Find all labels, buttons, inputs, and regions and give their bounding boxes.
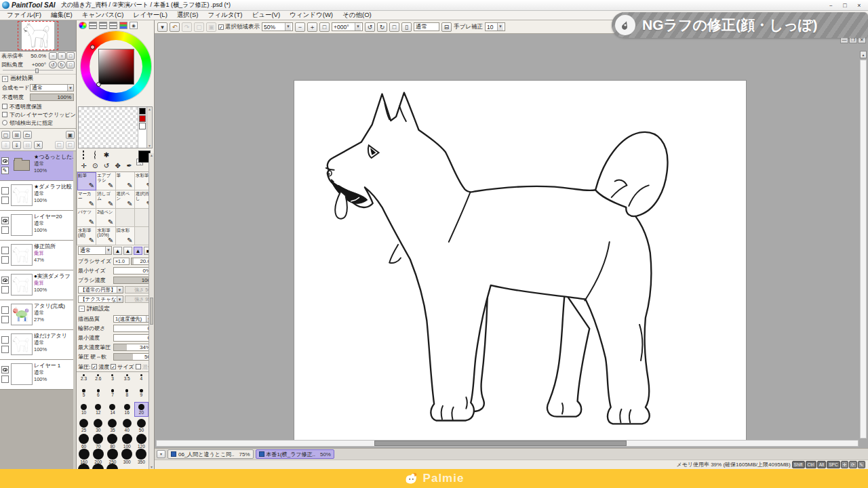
menu-item[interactable]: ファイル(F) bbox=[2, 11, 46, 20]
lasso-tool[interactable] bbox=[91, 150, 100, 159]
color-wheel-tab-icon[interactable] bbox=[79, 22, 87, 29]
preset-cell[interactable]: 12 bbox=[91, 402, 105, 417]
tool-cell[interactable]: 選択ペン✎ bbox=[116, 190, 135, 209]
vertical-scrollbar[interactable] bbox=[860, 60, 867, 439]
menu-item[interactable]: レイヤー(L) bbox=[129, 11, 172, 20]
navigator-slider[interactable] bbox=[3, 70, 73, 73]
layer-effect-checkbox[interactable] bbox=[1, 316, 9, 323]
menu-item[interactable]: フィルタ(T) bbox=[203, 11, 247, 20]
preset-cell[interactable]: 30 bbox=[91, 417, 105, 432]
brush-tip-medium[interactable]: ▲ bbox=[123, 247, 132, 255]
canvas-rotate-reset-button[interactable]: □ bbox=[389, 22, 399, 32]
delete-layer-button[interactable]: ✕ bbox=[34, 141, 43, 149]
brush-tip-hard[interactable]: ▲ bbox=[134, 247, 142, 255]
setting-slider[interactable]: 34% bbox=[113, 344, 153, 351]
menu-item[interactable]: 選択(S) bbox=[172, 11, 203, 20]
layer-row[interactable]: ★ダメラフ比較通常100% bbox=[0, 181, 73, 211]
tool-cell[interactable]: エアブラシ✎ bbox=[96, 172, 115, 190]
preset-cell[interactable]: 14 bbox=[105, 402, 119, 417]
preset-cell[interactable]: 2.6 bbox=[91, 372, 105, 387]
preset-cell[interactable]: 50 bbox=[134, 417, 149, 432]
tool-cell[interactable]: マーカー✎ bbox=[77, 190, 96, 209]
navigator-preview[interactable] bbox=[0, 20, 76, 52]
canvas-area[interactable]: — ❐ ✕ ▴ bbox=[155, 34, 868, 448]
redo-button[interactable]: ↷ bbox=[182, 22, 192, 32]
preset-cell[interactable]: 25 bbox=[77, 417, 91, 432]
preset-cell[interactable]: 2.3 bbox=[77, 372, 91, 387]
raise-layer-button[interactable]: ⧠ bbox=[55, 141, 64, 149]
blend-mode-select[interactable]: 通常▼ bbox=[30, 84, 74, 92]
tool-cell[interactable]: 鉛筆✎ bbox=[77, 172, 96, 190]
pressure-check[interactable]: ✓濃度 bbox=[92, 363, 109, 371]
clear-layer-button[interactable]: ⊟ bbox=[23, 141, 32, 149]
scratchpad-scrollbar[interactable]: ▲▼ bbox=[146, 107, 152, 148]
rotate-view-tool[interactable]: ↺ bbox=[102, 161, 111, 170]
hsv-slider-tab-icon[interactable] bbox=[99, 22, 107, 29]
layer-row[interactable]: ●実演ダメラフ乗算100% bbox=[0, 270, 73, 300]
layer-effect-checkbox[interactable] bbox=[1, 286, 9, 293]
maximize-button[interactable]: □ bbox=[838, 1, 852, 10]
tool-cell[interactable]: 2値ペン✎ bbox=[96, 209, 115, 227]
preset-cell[interactable]: 6 bbox=[91, 387, 105, 402]
swatch-white[interactable] bbox=[139, 123, 146, 129]
lower-layer-button[interactable]: ⧠ bbox=[66, 141, 75, 149]
menu-item[interactable]: ビュー(V) bbox=[248, 11, 285, 20]
preset-cell[interactable]: 250 bbox=[105, 447, 119, 462]
new-linework-layer-button[interactable]: ⊞ bbox=[12, 131, 21, 139]
doc-tab[interactable]: 06_人間と違うとこ同..75% bbox=[167, 449, 254, 459]
layer-effect-checkbox[interactable] bbox=[1, 346, 9, 353]
layer-effect-checkbox[interactable] bbox=[1, 375, 9, 383]
hand-tool[interactable]: ✥ bbox=[113, 161, 122, 170]
layer-effect-checkbox[interactable] bbox=[1, 197, 9, 204]
preset-cell[interactable]: 350 bbox=[134, 447, 149, 462]
canvas-zoom-out-button[interactable]: − bbox=[295, 22, 305, 32]
minimize-button[interactable]: － bbox=[824, 1, 837, 10]
preset-cell[interactable]: 5 bbox=[77, 387, 91, 402]
layer-visibility-checkbox[interactable] bbox=[1, 366, 9, 373]
close-button[interactable]: × bbox=[852, 1, 866, 10]
presets-scrollbar[interactable]: ▲▼ bbox=[149, 153, 154, 469]
preset-cell[interactable]: 9 bbox=[134, 387, 149, 402]
layer-visibility-checkbox[interactable] bbox=[1, 306, 9, 314]
move-tool[interactable]: ✛ bbox=[79, 161, 88, 170]
menu-item[interactable]: その他(O) bbox=[338, 11, 376, 20]
tool-cell[interactable]: 旧水彩✎ bbox=[116, 227, 135, 245]
zoom-tool[interactable]: ⊙ bbox=[91, 161, 100, 170]
tool-cell[interactable]: 消しゴム✎ bbox=[96, 190, 115, 209]
saturation-value-square[interactable] bbox=[98, 49, 134, 85]
preset-cell[interactable]: 500 bbox=[105, 462, 119, 469]
rect-select-tool[interactable] bbox=[79, 150, 88, 159]
radio-icon[interactable] bbox=[2, 120, 7, 125]
preset-cell[interactable]: 120 bbox=[134, 432, 149, 447]
setting-slider[interactable]: 0% bbox=[113, 267, 153, 274]
setting-slider[interactable]: 100 bbox=[113, 277, 153, 284]
merge-down-button[interactable]: ⇓ bbox=[12, 141, 21, 149]
layer-visibility-checkbox[interactable] bbox=[1, 336, 9, 344]
preset-cell[interactable]: 20 bbox=[134, 402, 149, 417]
preset-cell[interactable]: 100 bbox=[120, 432, 134, 447]
canvas-zoom-reset-button[interactable]: □ bbox=[319, 22, 330, 32]
stabilizer-select[interactable]: 10▼ bbox=[485, 22, 505, 31]
menu-item[interactable]: 編集(E) bbox=[46, 11, 77, 20]
preset-cell[interactable]: 3.5 bbox=[120, 372, 134, 387]
scratchpad-surface[interactable] bbox=[79, 107, 138, 148]
pressure-check[interactable]: ✓サイズ bbox=[111, 363, 134, 371]
setting-slider[interactable]: 0 bbox=[113, 325, 153, 332]
magic-wand-tool[interactable]: ✱ bbox=[102, 150, 111, 159]
selection-display-toggle[interactable]: ✓ 選択領域表示 bbox=[218, 23, 260, 31]
preset-cell[interactable]: 70 bbox=[91, 432, 105, 447]
transfer-down-button[interactable]: ⇩ bbox=[1, 141, 10, 149]
layer-visibility-checkbox[interactable] bbox=[1, 157, 9, 165]
canvas-rotate-ccw-button[interactable]: ↺ bbox=[365, 22, 375, 32]
layer-visibility-checkbox[interactable] bbox=[1, 247, 9, 254]
deselect-button[interactable]: ▢ bbox=[194, 22, 204, 32]
flip-button[interactable]: ▯ bbox=[401, 22, 412, 32]
checkbox-icon[interactable] bbox=[2, 112, 7, 117]
scrollbar-thumb[interactable] bbox=[374, 441, 627, 446]
swatch-black[interactable] bbox=[139, 108, 146, 115]
preset-cell[interactable]: 16 bbox=[120, 402, 134, 417]
scratchpad-tab-icon[interactable]: ◉ bbox=[130, 22, 138, 29]
new-layer-button[interactable]: ▢ bbox=[1, 131, 10, 139]
layer-row[interactable]: 線だけアタリ通常100% bbox=[0, 330, 73, 360]
layer-row[interactable]: 修正箇所乗算47% bbox=[0, 241, 73, 270]
